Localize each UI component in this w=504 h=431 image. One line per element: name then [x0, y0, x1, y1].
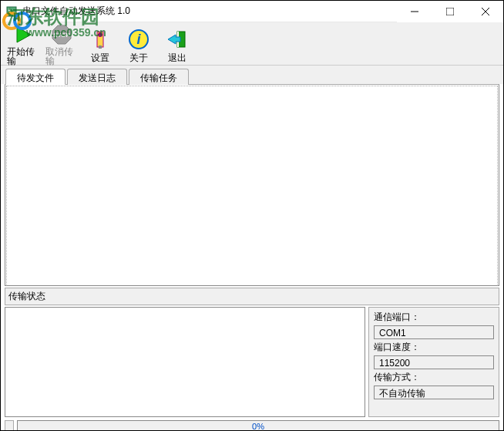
exit-button[interactable]: 退出 [158, 24, 197, 65]
status-panel: 通信端口： COM1 端口速度： 115200 传输方式： 不自动传输 [368, 307, 499, 417]
title-bar: 串口文件自动发送系统 1.0 [1, 1, 503, 22]
cancel-transfer-button: STOP 取消传输 [42, 24, 81, 65]
mode-value: 不自动传输 [374, 386, 494, 399]
port-value: COM1 [374, 325, 494, 339]
svg-text:STOP: STOP [53, 32, 70, 39]
maximize-button[interactable] [432, 1, 468, 22]
toolbar: 开始传输 STOP 取消传输 设置 i 关于 退出 [1, 22, 503, 66]
progress-gutter [5, 420, 14, 431]
mode-label: 传输方式： [374, 371, 494, 384]
app-icon [5, 5, 18, 18]
tab-log-label: 发送日志 [79, 72, 116, 83]
tab-pending-label: 待发文件 [17, 72, 54, 83]
tab-strip: 待发文件 发送日志 传输任务 [1, 66, 503, 84]
settings-label: 设置 [91, 53, 109, 62]
close-button[interactable] [468, 1, 503, 22]
info-icon: i [126, 27, 151, 52]
settings-button[interactable]: 设置 [81, 24, 119, 65]
file-list-area[interactable] [5, 84, 499, 286]
svg-point-12 [98, 32, 102, 37]
tab-send-log[interactable]: 发送日志 [67, 69, 127, 85]
exit-icon [165, 27, 190, 52]
cancel-label: 取消传输 [45, 47, 78, 66]
close-icon [482, 8, 489, 15]
start-label: 开始传输 [7, 47, 39, 66]
svg-marker-8 [17, 27, 31, 42]
status-section: 传输状态 通信端口： COM1 端口速度： 115200 传输方式： 不自动传输 [5, 288, 499, 417]
progress-row: 0% [5, 420, 499, 431]
minimize-button[interactable] [397, 1, 432, 22]
tab-transfer-tasks[interactable]: 传输任务 [129, 69, 189, 85]
status-header-label: 传输状态 [8, 291, 45, 301]
status-log-area[interactable] [5, 307, 365, 417]
tab-tasks-label: 传输任务 [140, 72, 177, 83]
speed-label: 端口速度： [374, 341, 494, 354]
svg-rect-2 [7, 7, 16, 16]
start-transfer-button[interactable]: 开始传输 [4, 24, 42, 65]
play-icon [11, 24, 35, 45]
minimize-icon [411, 8, 418, 15]
status-header: 传输状态 [5, 288, 499, 305]
window-title: 串口文件自动发送系统 1.0 [22, 5, 130, 18]
about-label: 关于 [129, 53, 148, 62]
maximize-icon [446, 8, 454, 15]
tab-pending-files[interactable]: 待发文件 [5, 69, 66, 85]
exit-label: 退出 [168, 53, 186, 62]
file-list-inner [6, 86, 498, 286]
speed-value: 115200 [374, 355, 494, 369]
progress-percent: 0% [252, 422, 264, 431]
svg-rect-13 [99, 45, 102, 49]
stop-icon: STOP [49, 24, 74, 45]
svg-rect-3 [8, 8, 11, 11]
progress-bar: 0% [17, 420, 499, 431]
svg-rect-5 [446, 8, 454, 15]
about-button[interactable]: i 关于 [119, 24, 158, 65]
port-label: 通信端口： [374, 311, 494, 324]
wrench-icon [88, 27, 113, 52]
